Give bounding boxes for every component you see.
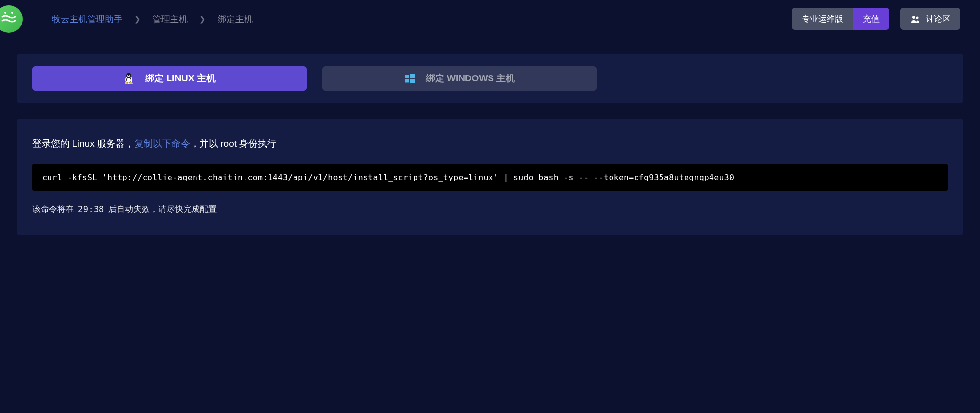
breadcrumb-manage[interactable]: 管理主机 <box>152 13 188 25</box>
main-content: 绑定 LINUX 主机 绑定 WINDOWS 主机 登录您的 Linux 服务器… <box>0 38 980 251</box>
os-tabs-panel: 绑定 LINUX 主机 绑定 WINDOWS 主机 <box>17 54 963 103</box>
pro-edition-button[interactable]: 专业运维版 <box>792 8 853 30</box>
instruction-suffix: ，并以 root 身份执行 <box>190 138 276 149</box>
tab-windows[interactable]: 绑定 WINDOWS 主机 <box>322 66 597 91</box>
people-icon <box>910 14 921 25</box>
expiry-text: 该命令将在 29:38 后自动失效，请尽快完成配置 <box>32 204 948 215</box>
recharge-button[interactable]: 充值 <box>853 8 889 30</box>
svg-point-8 <box>127 75 128 76</box>
breadcrumb-current: 绑定主机 <box>218 13 253 25</box>
svg-rect-12 <box>405 79 409 83</box>
forum-button[interactable]: 讨论区 <box>900 8 960 30</box>
svg-point-2 <box>912 16 915 19</box>
command-panel: 登录您的 Linux 服务器，复制以下命令，并以 root 身份执行 curl … <box>17 119 963 235</box>
breadcrumb-home[interactable]: 牧云主机管理助手 <box>52 13 122 25</box>
svg-rect-13 <box>410 79 415 83</box>
tab-linux[interactable]: 绑定 LINUX 主机 <box>32 66 307 91</box>
svg-point-1 <box>11 12 13 14</box>
chevron-right-icon: ❯ <box>134 15 141 24</box>
pro-edition-label: 专业运维版 <box>802 13 843 25</box>
svg-rect-10 <box>405 75 409 78</box>
tab-windows-label: 绑定 WINDOWS 主机 <box>426 72 515 85</box>
expiry-suffix: 后自动失效，请尽快完成配置 <box>108 204 217 215</box>
copy-command-link[interactable]: 复制以下命令 <box>134 138 190 149</box>
recharge-label: 充值 <box>863 13 880 25</box>
tab-linux-label: 绑定 LINUX 主机 <box>145 72 216 85</box>
svg-rect-11 <box>410 74 415 78</box>
svg-point-9 <box>129 75 130 76</box>
svg-point-7 <box>127 78 131 83</box>
header: 牧云主机管理助手 ❯ 管理主机 ❯ 绑定主机 专业运维版 充值 <box>0 0 980 38</box>
edition-recharge-group: 专业运维版 充值 <box>792 8 889 30</box>
windows-icon <box>404 73 415 84</box>
expiry-prefix: 该命令将在 <box>32 204 74 215</box>
app-logo[interactable] <box>0 5 23 33</box>
logo-icon <box>0 8 18 30</box>
breadcrumb: 牧云主机管理助手 ❯ 管理主机 ❯ 绑定主机 <box>52 13 253 25</box>
chevron-right-icon: ❯ <box>199 15 206 24</box>
forum-label: 讨论区 <box>926 13 951 25</box>
header-right: 专业运维版 充值 讨论区 <box>792 8 960 30</box>
instruction-prefix: 登录您的 Linux 服务器， <box>32 138 134 149</box>
header-left: 牧云主机管理助手 ❯ 管理主机 ❯ 绑定主机 <box>0 5 253 33</box>
linux-icon <box>123 73 134 84</box>
svg-point-3 <box>916 16 919 19</box>
svg-point-0 <box>4 12 6 14</box>
instruction-text: 登录您的 Linux 服务器，复制以下命令，并以 root 身份执行 <box>32 137 948 150</box>
expiry-countdown: 29:38 <box>78 205 104 214</box>
command-code-block[interactable]: curl -kfsSL 'http://collie-agent.chaitin… <box>32 164 948 191</box>
